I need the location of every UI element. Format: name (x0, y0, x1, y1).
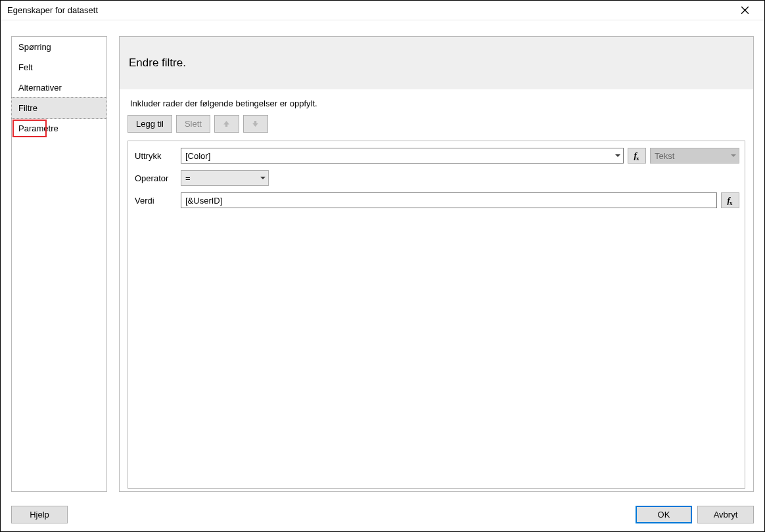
expression-label: Uttrykk (133, 151, 181, 161)
sidebar-item-label: Parametre (18, 123, 58, 133)
filter-editor: Uttrykk [Color] fx Tekst (128, 141, 745, 489)
cancel-button-label: Avbryt (714, 510, 738, 520)
footer-right: OK Avbryt (636, 506, 754, 523)
move-up-button[interactable] (214, 115, 239, 133)
cancel-button[interactable]: Avbryt (697, 506, 754, 523)
svg-marker-2 (224, 121, 230, 127)
value-input[interactable] (181, 192, 717, 208)
sidebar-item-parameters[interactable]: Parametre (12, 118, 106, 139)
help-button-label: Hjelp (30, 510, 49, 520)
move-down-button[interactable] (243, 115, 268, 133)
svg-marker-3 (253, 121, 259, 127)
sidebar-item-options[interactable]: Alternativer (12, 78, 106, 98)
close-button[interactable] (731, 1, 758, 20)
expression-value: [Color] (185, 151, 210, 161)
expression-fx-button[interactable]: fx (628, 148, 646, 164)
arrow-up-icon (223, 120, 230, 127)
arrow-down-icon (252, 120, 259, 127)
chevron-down-icon (260, 177, 266, 179)
sidebar-item-filters[interactable]: Filtre (11, 97, 107, 119)
sidebar-item-label: Alternativer (18, 83, 62, 93)
dialog-window: Egenskaper for datasett Spørring Felt Al… (0, 0, 765, 532)
expression-combo[interactable]: [Color] (181, 148, 624, 164)
chevron-down-icon (731, 154, 736, 157)
sidebar-item-query[interactable]: Spørring (12, 37, 106, 57)
sidebar-item-label: Felt (18, 62, 33, 72)
instruction-text: Inkluder rader der følgende betingelser … (120, 89, 753, 115)
expression-row: Uttrykk [Color] fx Tekst (133, 148, 739, 164)
add-button-label: Legg til (136, 119, 164, 129)
delete-button-label: Slett (185, 119, 202, 129)
filter-toolbar: Legg til Slett (120, 115, 753, 141)
operator-row: Operator = (133, 170, 739, 186)
sidebar-item-fields[interactable]: Felt (12, 57, 106, 78)
panel-heading: Endre filtre. (120, 37, 753, 89)
ok-button[interactable]: OK (636, 506, 692, 523)
value-label: Verdi (133, 196, 181, 206)
panel-heading-text: Endre filtre. (129, 56, 186, 70)
operator-label: Operator (133, 173, 181, 183)
type-combo: Tekst (650, 148, 739, 164)
dialog-body: Spørring Felt Alternativer Filtre Parame… (1, 20, 764, 531)
dialog-footer: Hjelp OK Avbryt (11, 506, 754, 523)
operator-combo[interactable]: = (181, 170, 269, 186)
titlebar: Egenskaper for datasett (1, 1, 764, 20)
type-value: Tekst (655, 151, 674, 161)
help-button[interactable]: Hjelp (11, 506, 68, 523)
sidebar: Spørring Felt Alternativer Filtre Parame… (11, 36, 107, 492)
fx-icon: fx (634, 150, 640, 161)
main-panel: Endre filtre. Inkluder rader der følgend… (119, 36, 754, 492)
fx-icon: fx (728, 195, 733, 206)
sidebar-item-label: Spørring (18, 42, 51, 52)
chevron-down-icon (615, 154, 620, 157)
delete-button[interactable]: Slett (176, 115, 210, 133)
window-title: Egenskaper for datasett (7, 5, 98, 15)
ok-button-label: OK (658, 510, 670, 520)
value-fx-button[interactable]: fx (721, 192, 739, 208)
value-row: Verdi fx (133, 192, 739, 208)
add-button[interactable]: Legg til (128, 115, 172, 133)
close-icon (741, 7, 749, 14)
operator-value: = (185, 173, 191, 183)
sidebar-item-label: Filtre (18, 103, 37, 113)
